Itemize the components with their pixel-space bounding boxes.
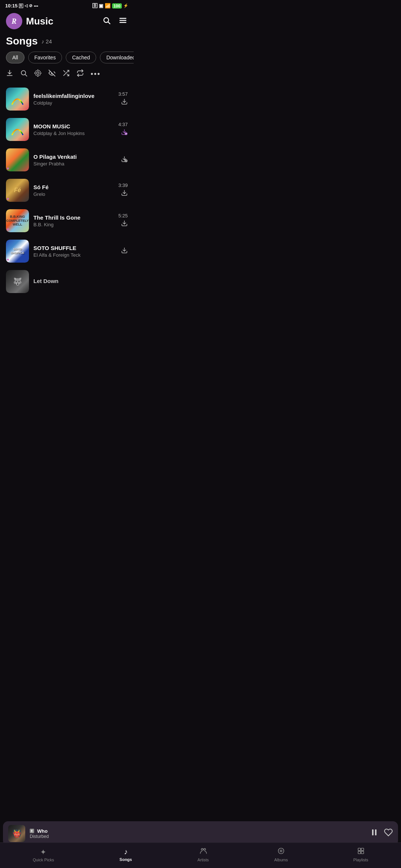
song-title-4: Só Fé <box>33 184 114 190</box>
song-info-2: MOON MUSiC Coldplay & Jon Hopkins <box>33 123 114 136</box>
song-count-number: 24 <box>46 38 52 45</box>
song-duration-1: 3:57 <box>118 91 128 97</box>
filter-all[interactable]: All <box>6 52 25 63</box>
song-meta-6 <box>121 247 128 256</box>
song-thumb-5: B.B.KINGCOMPLETELY WELL ♥ <box>6 209 29 232</box>
song-info-4: Só Fé Grelo <box>33 184 114 197</box>
heart-badge-6: ♥ <box>7 257 9 262</box>
status-icon-more: ••• <box>34 4 38 8</box>
header-icons <box>102 16 128 27</box>
song-duration-4: 3:39 <box>118 183 128 188</box>
repeat-button[interactable] <box>76 69 84 79</box>
search-button[interactable] <box>102 16 111 27</box>
download-icon-1[interactable] <box>121 98 128 107</box>
shuffle-button[interactable] <box>62 69 70 79</box>
svg-line-18 <box>63 70 65 72</box>
song-title-3: O Pilaga Venkati <box>33 154 117 160</box>
more-options-button[interactable]: ••• <box>91 70 101 78</box>
song-item-6[interactable]: SOTOSHUFFLE ♥ SOTO SHUFFLE El Alfa & For… <box>0 236 134 266</box>
charging-icon: ⚡ <box>123 3 128 8</box>
song-artist-4: Grelo <box>33 191 114 197</box>
download-icon-5[interactable] <box>121 220 128 228</box>
song-list: feelslikeimfallinginlove Coldplay 3:57 <box>0 84 134 341</box>
song-artist-5: B.B. King <box>33 222 114 227</box>
download-icon-6[interactable] <box>121 247 128 256</box>
logo-letter: R <box>12 17 16 26</box>
download-icon-2[interactable] <box>121 129 128 137</box>
status-icon-r: 🅁 <box>19 4 23 8</box>
svg-point-9 <box>37 72 39 75</box>
song-item-3[interactable]: ♥ O Pilaga Venkati Singer Prabha <box>0 145 134 175</box>
song-thumb-3: ♥ <box>6 148 29 171</box>
bluetooth-icon: 🄱 <box>92 3 97 9</box>
page-title-row: Songs ♪ 24 <box>0 34 134 52</box>
song-title-5: The Thrill Is Gone <box>33 214 114 221</box>
song-item-5[interactable]: B.B.KINGCOMPLETELY WELL ♥ The Thrill Is … <box>0 206 134 236</box>
status-time: 10:15 <box>5 3 17 9</box>
song-title-1: feelslikeimfallinginlove <box>33 93 114 99</box>
heart-badge-4: ♥ <box>7 197 9 201</box>
song-meta-3 <box>121 156 128 164</box>
status-icon-nav: ◁ <box>25 3 27 8</box>
svg-line-1 <box>108 22 110 24</box>
song-thumb-6: SOTOSHUFFLE ♥ <box>6 240 29 263</box>
status-icon-data: ⊘ <box>29 3 32 8</box>
song-item-7[interactable]: 🐺 Let Down <box>0 266 134 297</box>
song-meta-5: 5:25 <box>118 213 128 228</box>
wifi-icon: 📶 <box>105 3 111 9</box>
song-info-1: feelslikeimfallinginlove Coldplay <box>33 93 114 106</box>
app-logo: R <box>6 13 22 29</box>
song-thumb-7: 🐺 <box>6 270 29 293</box>
song-meta-1: 3:57 <box>118 91 128 107</box>
song-title-2: MOON MUSiC <box>33 123 114 129</box>
song-artist-2: Coldplay & Jon Hopkins <box>33 131 114 136</box>
svg-line-8 <box>25 75 27 76</box>
svg-point-10 <box>35 70 41 76</box>
download-icon-4[interactable] <box>121 190 128 198</box>
search-songs-button[interactable] <box>20 69 27 79</box>
song-artist-3: Singer Prabha <box>33 161 117 167</box>
download-icon-3[interactable] <box>121 156 128 164</box>
logo-area: R Music <box>6 13 53 29</box>
song-duration-2: 4:37 <box>118 122 128 127</box>
song-duration-5: 5:25 <box>118 213 128 218</box>
filter-favorites[interactable]: Favorites <box>28 52 62 63</box>
song-title-7: Let Down <box>33 278 123 284</box>
filter-row: All Favorites Cached Downloaded <box>0 52 134 69</box>
song-count: ♪ 24 <box>42 38 52 45</box>
status-left: 10:15 🅁 ◁ ⊘ ••• <box>5 3 38 9</box>
song-thumb-1 <box>6 88 29 111</box>
song-info-6: SOTO SHUFFLE El Alfa & Foreign Teck <box>33 245 117 258</box>
toolbar: ••• <box>0 69 134 84</box>
locate-button[interactable] <box>34 69 42 79</box>
hide-button[interactable] <box>48 69 56 79</box>
song-meta-4: 3:39 <box>118 183 128 198</box>
song-info-3: O Pilaga Venkati Singer Prabha <box>33 154 117 167</box>
song-item-2[interactable]: MOON MUSiC Coldplay & Jon Hopkins 4:37 <box>0 114 134 145</box>
status-right: 🄱 ▣ 📶 100 ⚡ <box>92 3 128 9</box>
battery-icon: 100 <box>112 3 122 9</box>
page-title: Songs <box>6 35 38 47</box>
filter-cached[interactable]: Cached <box>66 52 96 63</box>
signal-icon: ▣ <box>99 3 103 9</box>
song-info-7: Let Down <box>33 278 123 285</box>
song-thumb-2 <box>6 118 29 141</box>
filter-downloaded[interactable]: Downloaded <box>100 52 134 63</box>
menu-button[interactable] <box>118 16 128 27</box>
download-all-button[interactable] <box>6 69 13 79</box>
app-header: R Music <box>0 10 134 34</box>
song-meta-2: 4:37 <box>118 122 128 137</box>
song-artist-6: El Alfa & Foreign Teck <box>33 252 117 258</box>
song-item-1[interactable]: feelslikeimfallinginlove Coldplay 3:57 <box>0 84 134 114</box>
status-bar: 10:15 🅁 ◁ ⊘ ••• 🄱 ▣ 📶 100 ⚡ <box>0 0 134 10</box>
song-title-6: SOTO SHUFFLE <box>33 245 117 251</box>
song-item-4[interactable]: Fé ♥ Só Fé Grelo 3:39 <box>0 175 134 206</box>
app-title: Music <box>26 16 53 27</box>
song-thumb-4: Fé ♥ <box>6 179 29 202</box>
heart-badge-3: ♥ <box>7 166 9 171</box>
song-info-5: The Thrill Is Gone B.B. King <box>33 214 114 227</box>
heart-badge-5: ♥ <box>7 227 9 231</box>
song-artist-1: Coldplay <box>33 100 114 106</box>
music-note-icon: ♪ <box>42 38 45 45</box>
